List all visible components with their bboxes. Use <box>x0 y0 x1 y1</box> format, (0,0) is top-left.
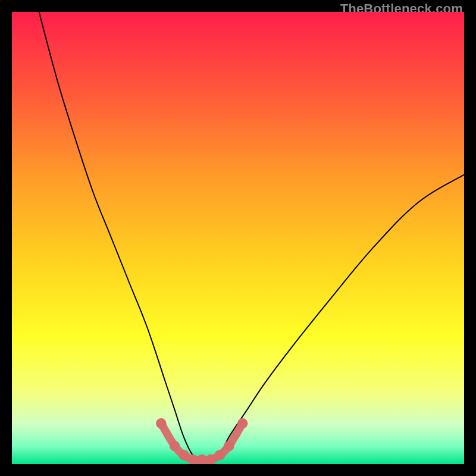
svg-point-8 <box>237 418 248 429</box>
svg-point-0 <box>156 418 167 429</box>
gradient-background <box>12 12 464 464</box>
svg-point-2 <box>178 450 189 461</box>
svg-point-7 <box>224 441 234 452</box>
plot-area <box>12 12 464 464</box>
bottleneck-chart <box>12 12 464 464</box>
svg-point-6 <box>215 450 226 461</box>
svg-point-1 <box>170 441 180 452</box>
chart-frame: TheBottleneck.com <box>0 0 476 476</box>
